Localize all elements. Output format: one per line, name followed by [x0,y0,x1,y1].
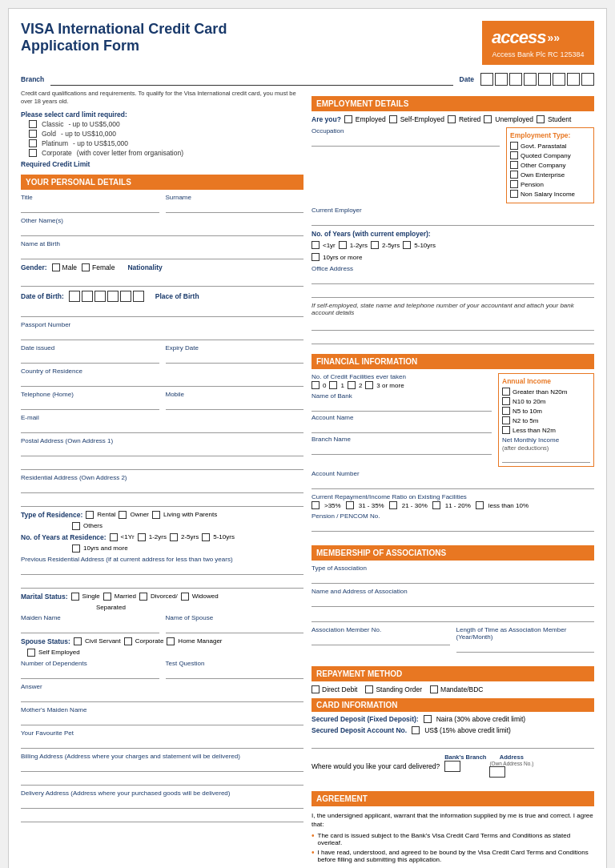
delivery-input-1[interactable] [21,798,303,809]
current-employer-input[interactable] [312,215,594,226]
email-input[interactable] [21,422,303,433]
country-input[interactable] [21,376,303,387]
unemployed-cb[interactable] [484,115,492,123]
retired-cb[interactable] [448,115,456,123]
office-addr-input-2[interactable] [312,287,594,298]
postal-input-2[interactable] [21,459,303,470]
secured-acc-input[interactable] [312,737,594,749]
et-non-salary-cb[interactable] [510,190,518,198]
et-pension-cb[interactable] [510,180,518,188]
home-manager-checkbox[interactable] [167,637,175,645]
dependents-input[interactable] [21,668,159,679]
bank-input[interactable] [312,400,492,412]
spouse-input[interactable] [166,622,304,633]
postal-input-1[interactable] [21,445,303,456]
branch-input[interactable] [50,73,452,86]
mandate-cb[interactable] [430,685,438,693]
civil-servant-checkbox[interactable] [74,637,82,645]
f1-cb[interactable] [329,381,337,389]
office-addr-input-1[interactable] [312,273,594,284]
net-monthly-input[interactable] [502,452,590,463]
lt1yr-emp-cb[interactable] [312,241,320,249]
residential-input-1[interactable] [21,482,303,493]
acc-no-input[interactable] [312,478,594,489]
yr10plus-checkbox[interactable] [72,545,80,553]
f3-cb[interactable] [365,381,373,389]
single-checkbox[interactable] [71,593,79,601]
ai-n2-5[interactable]: N2 to 5m [502,416,590,424]
yr2-5-emp-cb[interactable] [371,241,379,249]
naira-dep-cb[interactable] [424,715,432,723]
ai-n5-10-cb[interactable] [502,407,510,415]
ai-lt-n2-cb[interactable] [502,426,510,434]
billing-input-1[interactable] [21,761,303,772]
gold-checkbox[interactable] [29,130,37,138]
length-input[interactable] [456,641,595,653]
platinum-checkbox[interactable] [29,139,37,147]
et-own-cb[interactable] [510,171,518,179]
mother-maiden-input[interactable] [21,714,303,725]
date-box-1[interactable] [480,73,493,86]
dob-box-1[interactable] [69,291,80,302]
employed-cb[interactable] [344,115,352,123]
ai-gt-n20-cb[interactable] [502,388,510,396]
ai-n10-20[interactable]: N10 to 20m [502,397,590,405]
prev-addr-input-1[interactable] [21,564,303,575]
assoc-name-input[interactable] [312,596,594,607]
ai-lt-n2[interactable]: Less than N2m [502,426,590,434]
platinum-option[interactable]: Platinum - up to US$15,000 [29,139,303,147]
date-box-6[interactable] [553,73,565,86]
et-other[interactable]: Other Company [510,161,590,169]
lt1yr-checkbox[interactable] [110,533,118,541]
female-checkbox[interactable] [82,263,90,271]
prev-addr-input-2[interactable] [21,577,303,589]
usd-dep-cb[interactable] [412,726,420,734]
male-checkbox[interactable] [52,263,60,271]
title-input[interactable] [21,202,159,213]
dob-box-2[interactable] [82,291,93,302]
date-box-2[interactable] [495,73,508,86]
date-box-4[interactable] [524,73,537,86]
others-checkbox[interactable] [72,522,80,530]
self-emp-cb[interactable] [389,115,397,123]
occupation-input[interactable] [312,135,500,147]
et-quoted-cb[interactable] [510,151,518,159]
other-names-input[interactable] [21,225,303,236]
corporate-ps-checkbox[interactable] [124,637,132,645]
surname-input[interactable] [166,202,304,213]
r11-20-cb[interactable] [432,501,440,509]
ai-n2-5-cb[interactable] [502,416,510,424]
yr5-10-checkbox[interactable] [202,533,210,541]
r31-35-cb[interactable] [346,501,354,509]
direct-debit-option[interactable]: Direct Debit [312,685,357,693]
yr2-5-checkbox[interactable] [170,533,178,541]
dob-box-4[interactable] [107,291,119,302]
pension-input[interactable] [312,520,594,532]
female-option[interactable]: Female [82,263,115,271]
self-employed-ps-checkbox[interactable] [27,649,35,657]
test-q-input[interactable] [166,668,304,679]
yr1-2-checkbox[interactable] [138,533,146,541]
r35-cb[interactable] [312,501,320,509]
et-own[interactable]: Own Enterprise [510,171,590,179]
maiden-input[interactable] [21,622,159,633]
delivery-input-2[interactable] [21,811,303,822]
assoc-name-input2[interactable] [312,611,594,622]
corporate-checkbox[interactable] [29,149,37,157]
f0-cb[interactable] [312,381,320,389]
direct-debit-cb[interactable] [312,685,320,693]
r-lt10-cb[interactable] [476,501,484,509]
date-box-3[interactable] [509,73,522,86]
accountant-input-2[interactable] [312,333,594,344]
r21-30-cb[interactable] [389,501,397,509]
dob-box-5[interactable] [120,291,131,302]
rental-checkbox[interactable] [86,511,94,519]
expiry-input[interactable] [166,352,304,364]
classic-checkbox[interactable] [29,120,37,128]
bank-branch-input[interactable] [444,761,460,772]
dob-box-3[interactable] [94,291,106,302]
accountant-input-1[interactable] [312,319,594,331]
address-box-input[interactable] [489,766,505,778]
male-option[interactable]: Male [52,263,77,271]
ai-n10-20-cb[interactable] [502,397,510,405]
